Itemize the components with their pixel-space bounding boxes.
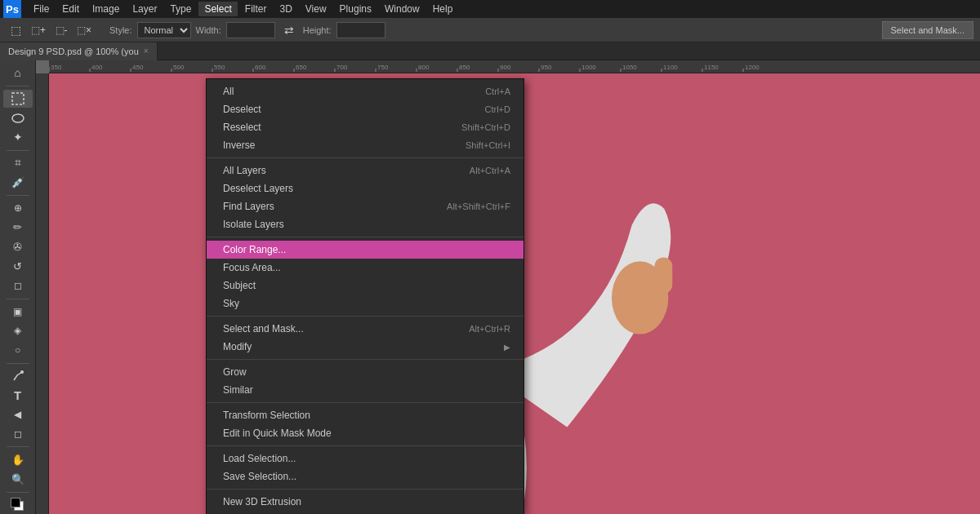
document-tab[interactable]: Design 9 PSD.psd @ 100% (you × xyxy=(0,42,158,60)
divider-1 xyxy=(207,157,523,158)
menu-item-all-layers[interactable]: All Layers Alt+Ctrl+A xyxy=(207,162,523,179)
height-input[interactable] xyxy=(336,22,385,38)
left-toolbar: ⌂ ✦ ⌗ 💉 ⊕ ✏ ✇ ↺ ◻ ▣ ◈ ○ xyxy=(0,60,36,514)
magic-wand-tool[interactable]: ✦ xyxy=(3,128,33,147)
menu-bar: Ps File Edit Image Layer Type Select Fil… xyxy=(0,0,980,18)
menu-window[interactable]: Window xyxy=(379,2,425,16)
divider-6 xyxy=(207,445,523,446)
toolbar-divider-2 xyxy=(7,150,29,151)
select-dropdown-menu: All Ctrl+A Deselect Ctrl+D Reselect Shif… xyxy=(206,78,524,514)
svg-rect-0 xyxy=(12,93,24,104)
horizontal-ruler: 350 400 450 500 550 600 650 700 750 800 xyxy=(49,60,980,73)
svg-text:750: 750 xyxy=(377,64,389,71)
add-selection-icon[interactable]: ⬚+ xyxy=(29,21,47,39)
canvas-area: 350 400 450 500 550 600 650 700 750 800 xyxy=(36,60,980,514)
eraser-tool[interactable]: ◻ xyxy=(3,277,33,295)
menu-select[interactable]: Select xyxy=(198,2,237,16)
svg-point-1 xyxy=(12,114,24,122)
style-select[interactable]: Normal xyxy=(137,22,191,38)
menu-item-sky[interactable]: Sky xyxy=(207,295,523,312)
svg-point-2 xyxy=(20,370,24,374)
menu-layer[interactable]: Layer xyxy=(127,2,163,16)
gradient-tool[interactable]: ▣ xyxy=(3,302,33,321)
svg-rect-40 xyxy=(36,73,49,514)
hand-tool[interactable]: ✋ xyxy=(3,450,33,469)
new-selection-icon[interactable]: ⬚ xyxy=(7,21,24,39)
home-tool[interactable]: ⌂ xyxy=(3,64,33,82)
menu-item-new-3d-extrusion[interactable]: New 3D Extrusion xyxy=(207,493,523,511)
foreground-background-colors[interactable] xyxy=(3,495,33,514)
shape-tool[interactable]: ◻ xyxy=(3,425,33,444)
menu-item-quick-mask[interactable]: Edit in Quick Mask Mode xyxy=(207,424,523,442)
menu-item-grow[interactable]: Grow xyxy=(207,363,523,381)
dodge-tool[interactable]: ○ xyxy=(3,341,33,360)
svg-text:550: 550 xyxy=(214,64,225,71)
swap-dimensions-icon[interactable]: ⇄ xyxy=(280,21,298,39)
menu-item-modify[interactable]: Modify ▶ xyxy=(207,338,523,356)
crop-tool[interactable]: ⌗ xyxy=(3,154,33,173)
menu-file[interactable]: File xyxy=(28,2,55,16)
divider-7 xyxy=(207,489,523,490)
healing-tool[interactable]: ⊕ xyxy=(3,199,33,218)
menu-plugins[interactable]: Plugins xyxy=(334,2,377,16)
intersect-selection-icon[interactable]: ⬚× xyxy=(75,21,93,39)
toolbar-divider-7 xyxy=(7,492,29,493)
svg-text:1000: 1000 xyxy=(581,64,596,71)
zoom-tool[interactable]: 🔍 xyxy=(3,470,33,489)
select-mask-button[interactable]: Select and Mask... xyxy=(882,21,974,39)
menu-item-similar[interactable]: Similar xyxy=(207,381,523,399)
menu-item-save-selection[interactable]: Save Selection... xyxy=(207,467,523,485)
toolbar-divider-1 xyxy=(7,86,29,86)
lasso-tool[interactable] xyxy=(3,109,33,127)
modify-submenu-arrow: ▶ xyxy=(504,343,510,352)
svg-text:950: 950 xyxy=(541,64,552,71)
menu-item-select-mask[interactable]: Select and Mask... Alt+Ctrl+R xyxy=(207,320,523,338)
menu-3d[interactable]: 3D xyxy=(274,2,297,16)
menu-filter[interactable]: Filter xyxy=(239,2,273,16)
svg-text:500: 500 xyxy=(173,64,185,71)
svg-text:800: 800 xyxy=(418,64,430,71)
type-tool[interactable]: T xyxy=(3,386,33,405)
menu-item-color-range[interactable]: Color Range... xyxy=(207,241,523,259)
menu-item-deselect-layers[interactable]: Deselect Layers xyxy=(207,179,523,197)
width-input[interactable] xyxy=(226,22,275,38)
menu-item-reselect[interactable]: Reselect Shift+Ctrl+D xyxy=(207,118,523,136)
toolbar-divider-6 xyxy=(7,446,29,447)
menu-item-transform-selection[interactable]: Transform Selection xyxy=(207,406,523,424)
menu-item-load-selection[interactable]: Load Selection... xyxy=(207,450,523,467)
menu-image[interactable]: Image xyxy=(87,2,125,16)
menu-view[interactable]: View xyxy=(300,2,332,16)
menu-item-subject[interactable]: Subject xyxy=(207,277,523,295)
eyedropper-tool[interactable]: 💉 xyxy=(3,173,33,192)
clone-stamp-tool[interactable]: ✇ xyxy=(3,237,33,256)
svg-text:1150: 1150 xyxy=(704,64,719,71)
menu-item-all[interactable]: All Ctrl+A xyxy=(207,82,523,100)
path-selection-tool[interactable]: ◀ xyxy=(3,405,33,424)
divider-4 xyxy=(207,359,523,360)
blur-tool[interactable]: ◈ xyxy=(3,321,33,340)
svg-text:350: 350 xyxy=(51,64,62,71)
subtract-selection-icon[interactable]: ⬚- xyxy=(52,21,70,39)
svg-text:900: 900 xyxy=(500,64,511,71)
menu-item-find-layers[interactable]: Find Layers Alt+Shift+Ctrl+F xyxy=(207,197,523,215)
menu-edit[interactable]: Edit xyxy=(56,2,85,16)
toolbar-divider-4 xyxy=(7,299,29,299)
svg-rect-3 xyxy=(49,60,980,73)
tab-title: Design 9 PSD.psd @ 100% (you xyxy=(8,47,139,56)
menu-type[interactable]: Type xyxy=(164,2,197,16)
menu-item-inverse[interactable]: Inverse Shift+Ctrl+I xyxy=(207,136,523,154)
svg-text:850: 850 xyxy=(459,64,470,71)
menu-help[interactable]: Help xyxy=(427,2,459,16)
marquee-tool[interactable] xyxy=(3,90,33,109)
menu-item-deselect[interactable]: Deselect Ctrl+D xyxy=(207,100,523,118)
menu-item-isolate-layers[interactable]: Isolate Layers xyxy=(207,215,523,233)
pen-tool[interactable] xyxy=(3,366,33,385)
brush-tool[interactable]: ✏ xyxy=(3,219,33,237)
tab-close-button[interactable]: × xyxy=(144,47,149,55)
options-bar: ⬚ ⬚+ ⬚- ⬚× Style: Normal Width: ⇄ Height… xyxy=(0,18,980,42)
svg-rect-50 xyxy=(654,257,672,294)
history-brush-tool[interactable]: ↺ xyxy=(3,257,33,276)
menu-item-focus-area[interactable]: Focus Area... xyxy=(207,259,523,277)
ps-logo: Ps xyxy=(3,0,21,18)
toolbar-divider-5 xyxy=(7,363,29,364)
